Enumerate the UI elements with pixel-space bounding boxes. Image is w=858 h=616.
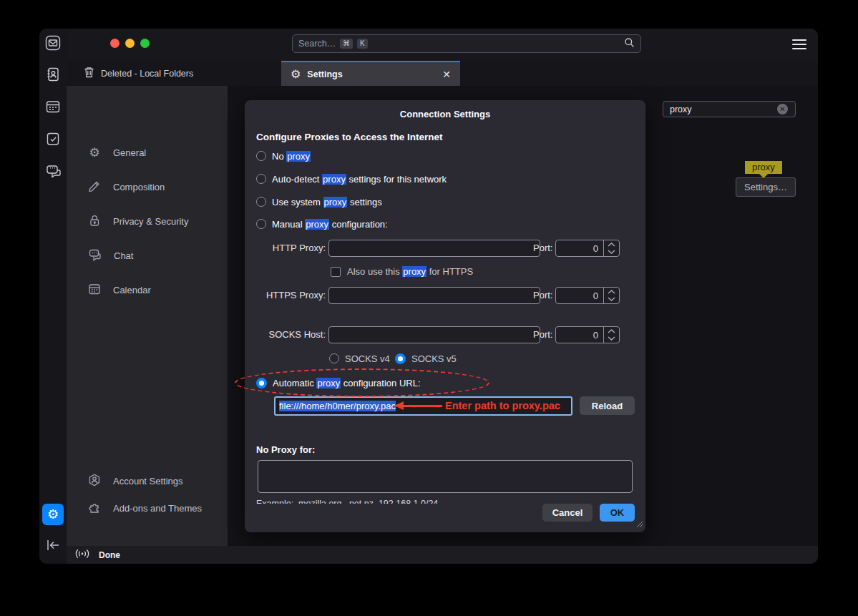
sidebar-item-label: Composition xyxy=(113,182,165,192)
https-port-spinner[interactable] xyxy=(603,288,619,303)
sidebar-item-label: Chat xyxy=(114,250,133,261)
no-proxy-for-textarea[interactable] xyxy=(258,460,633,493)
app-menu-icon[interactable] xyxy=(792,39,806,49)
socks-port-spinner[interactable] xyxy=(603,327,619,343)
traffic-zoom-button[interactable] xyxy=(140,39,150,48)
radio-label: Use system proxy settings xyxy=(272,197,382,207)
radio-circle[interactable] xyxy=(256,174,266,184)
ok-button[interactable]: OK xyxy=(600,504,635,522)
k-key-badge: K xyxy=(357,39,368,49)
chat-icon xyxy=(88,248,102,263)
also-use-https-checkbox-row[interactable]: Also use this proxy for HTTPS xyxy=(331,266,473,277)
traffic-minimize-button[interactable] xyxy=(125,39,135,48)
spaces-toolbar: ⚙ xyxy=(39,29,67,564)
tab-label: Settings xyxy=(307,69,342,79)
sidebar-item-label: Calendar xyxy=(113,285,151,295)
resize-grip[interactable] xyxy=(634,519,643,530)
activity-icon xyxy=(75,549,89,562)
port-label: Port: xyxy=(533,329,552,340)
http-port-spinner[interactable] xyxy=(603,240,619,256)
port-label: Port: xyxy=(533,290,552,300)
cmd-key-badge: ⌘ xyxy=(340,39,353,49)
radio-label: No proxy xyxy=(272,151,311,162)
mail-space-icon[interactable] xyxy=(44,34,62,52)
proxy-search-callout: proxy xyxy=(745,161,782,174)
app-window: Search… ⌘ K Deleted - Local Folders ⚙ Se… xyxy=(39,29,818,564)
checkbox[interactable] xyxy=(331,267,341,277)
clear-search-icon[interactable]: ✕ xyxy=(777,104,788,114)
settings-sidebar: ⚙ General Composition Privacy & Security… xyxy=(67,86,228,546)
http-port-field[interactable]: 0 xyxy=(555,240,620,257)
trash-icon xyxy=(84,67,94,80)
address-book-space-icon[interactable] xyxy=(44,66,62,83)
port-label: Port: xyxy=(533,243,552,253)
radio-label: SOCKS v5 xyxy=(411,353,457,364)
connection-settings-dialog: Connection Settings Configure Proxies to… xyxy=(245,100,645,532)
no-proxy-for-label: No Proxy for: xyxy=(256,444,315,455)
sidebar-item-label: Add-ons and Themes xyxy=(113,503,202,514)
radio-circle[interactable] xyxy=(256,219,266,229)
sidebar-item-general[interactable]: ⚙ General xyxy=(67,141,228,164)
radio-circle[interactable] xyxy=(256,197,266,207)
http-proxy-input[interactable] xyxy=(328,240,540,257)
dialog-title: Connection Settings xyxy=(245,109,645,119)
radio-label: SOCKS v4 xyxy=(345,353,390,364)
tab-settings[interactable]: ⚙ Settings ✕ xyxy=(281,61,460,86)
radio-circle[interactable] xyxy=(256,151,266,161)
sidebar-item-label: Account Settings xyxy=(113,476,183,487)
account-icon xyxy=(88,474,101,489)
tab-deleted-local-folders[interactable]: Deleted - Local Folders xyxy=(79,61,198,86)
proxy-url-input[interactable]: file:///home/h0mer/proxy.pac xyxy=(274,396,572,416)
sidebar-item-composition[interactable]: Composition xyxy=(67,175,228,198)
reload-button[interactable]: Reload xyxy=(580,396,635,415)
lock-icon xyxy=(88,214,101,229)
traffic-close-button[interactable] xyxy=(110,39,120,48)
sidebar-item-chat[interactable]: Chat xyxy=(67,244,228,267)
search-icon xyxy=(624,37,635,51)
global-search-input[interactable]: Search… ⌘ K xyxy=(292,34,641,53)
radio-circle-selected[interactable] xyxy=(395,353,406,364)
radio-manual-proxy[interactable]: Manual proxy configuration: xyxy=(256,217,388,231)
radio-label: Manual proxy configuration: xyxy=(272,219,388,230)
sidebar-item-label: General xyxy=(113,147,146,158)
radio-system-proxy[interactable]: Use system proxy settings xyxy=(256,195,382,209)
https-port-value: 0 xyxy=(556,290,603,301)
collapse-toolbar-icon[interactable] xyxy=(44,537,62,554)
calendar-space-icon[interactable] xyxy=(44,98,62,115)
status-text: Done xyxy=(99,550,120,560)
sidebar-item-addons-themes[interactable]: Add-ons and Themes xyxy=(67,497,228,519)
tab-bar: Deleted - Local Folders ⚙ Settings ✕ xyxy=(67,61,818,86)
tasks-space-icon[interactable] xyxy=(44,130,62,147)
sidebar-item-label: Privacy & Security xyxy=(113,216,188,227)
radio-label: Automatic proxy configuration URL: xyxy=(273,378,421,388)
http-port-value: 0 xyxy=(556,243,603,254)
settings-space-icon-active[interactable]: ⚙ xyxy=(42,504,64,525)
cancel-button[interactable]: Cancel xyxy=(542,504,593,522)
radio-circle-selected[interactable] xyxy=(256,378,267,388)
socks-port-field[interactable]: 0 xyxy=(555,326,620,343)
title-bar: Search… ⌘ K xyxy=(67,29,818,61)
radio-autodetect-proxy[interactable]: Auto-detect proxy settings for this netw… xyxy=(256,172,447,186)
connection-settings-button[interactable]: Settings… xyxy=(736,177,796,197)
status-bar: Done xyxy=(67,546,818,564)
settings-search-input[interactable] xyxy=(663,101,796,117)
chat-space-icon[interactable] xyxy=(44,162,62,180)
checkbox-label: Also use this proxy for HTTPS xyxy=(347,266,473,277)
close-tab-icon[interactable]: ✕ xyxy=(442,69,451,80)
https-port-field[interactable]: 0 xyxy=(555,287,620,304)
radio-circle[interactable] xyxy=(329,353,339,363)
gear-icon: ⚙ xyxy=(291,67,301,81)
radio-socks-v5[interactable]: SOCKS v5 xyxy=(395,351,457,366)
radio-automatic-proxy-url[interactable]: Automatic proxy configuration URL: xyxy=(256,376,421,390)
calendar-icon xyxy=(88,283,101,298)
socks-host-input[interactable] xyxy=(328,326,540,343)
sidebar-item-privacy-security[interactable]: Privacy & Security xyxy=(67,210,228,233)
https-proxy-label: HTTPS Proxy: xyxy=(245,290,326,300)
https-proxy-input[interactable] xyxy=(328,287,540,304)
sidebar-item-calendar[interactable]: Calendar xyxy=(67,278,228,301)
proxy-url-value: file:///home/h0mer/proxy.pac xyxy=(279,401,396,411)
radio-socks-v4[interactable]: SOCKS v4 xyxy=(329,351,390,366)
sidebar-item-account-settings[interactable]: Account Settings xyxy=(67,469,228,492)
radio-label: Auto-detect proxy settings for this netw… xyxy=(272,174,447,185)
radio-no-proxy[interactable]: No proxy xyxy=(256,149,311,163)
